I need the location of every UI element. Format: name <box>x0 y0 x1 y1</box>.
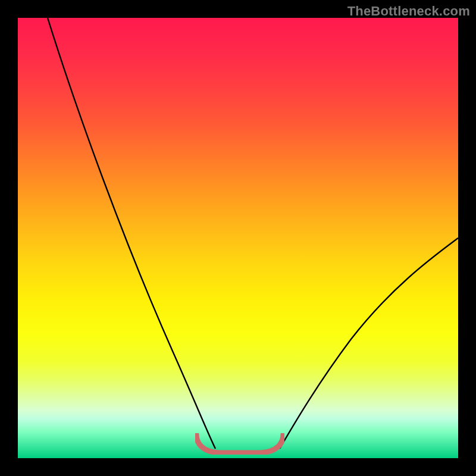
curve-right <box>280 238 458 449</box>
curve-left <box>48 18 215 449</box>
watermark-text: TheBottleneck.com <box>347 4 470 19</box>
plot-area <box>18 18 458 458</box>
bottleneck-curve <box>18 18 458 458</box>
chart-frame: TheBottleneck.com <box>0 0 476 476</box>
bottleneck-well-marker <box>195 433 284 455</box>
